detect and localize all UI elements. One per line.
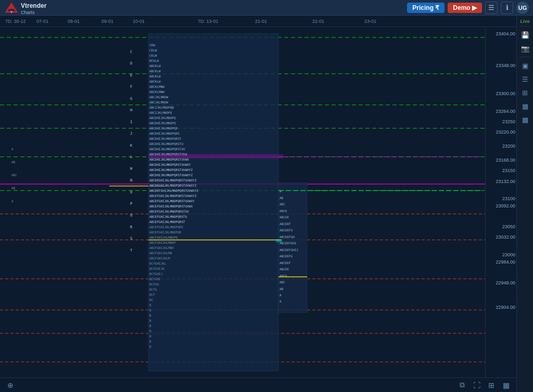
compare-button[interactable]: ⧉: [456, 379, 468, 391]
price-23168: 23168.00: [496, 158, 515, 163]
price-23032: 23032.00: [496, 234, 515, 240]
divider-2: [520, 57, 530, 57]
right-toolbar: Live 💾 📷 ▣ ☰ ⊞ ▦ ▩: [516, 16, 533, 392]
demo-button[interactable]: Demo ▶: [448, 3, 482, 13]
bottom-btn-group: ⧉ ⛶ ⊞ ▦: [456, 379, 512, 391]
time-label-3: 08-01: [68, 19, 80, 24]
time-axis: 7D: 30-12 07-01 08-01 09-01 10-01 7D: 13…: [0, 16, 516, 27]
time-label-8: 22-01: [312, 19, 324, 24]
menu-button[interactable]: ☰: [485, 2, 498, 14]
time-label-1: 7D: 30-12: [5, 19, 26, 24]
price-23404: 23404.00: [496, 31, 515, 36]
user-button[interactable]: UG: [516, 2, 529, 14]
price-22984: 22984.00: [496, 259, 515, 265]
logo-text: Vtrender Charts: [21, 1, 46, 15]
price-23092: 23092.00: [496, 203, 515, 208]
table-bottom-button[interactable]: ▦: [500, 379, 512, 391]
price-23100: 23100: [502, 196, 515, 201]
screenshot-button[interactable]: 📷: [519, 42, 531, 55]
price-22948: 22948.00: [496, 280, 515, 285]
zoom-button[interactable]: ⛶: [471, 379, 483, 391]
layout-button[interactable]: ☰: [519, 73, 531, 85]
price-23264: 23264.00: [496, 109, 515, 114]
price-23000: 23000: [502, 252, 515, 257]
price-axis: 23404.00 23348.00 23300.00 23264.00 2325…: [485, 27, 516, 377]
time-label-2: 07-01: [36, 19, 48, 24]
header-buttons: Pricing ₹ Demo ▶ ☰ ℹ UG: [407, 2, 529, 14]
bar-layout-button[interactable]: ▦: [519, 100, 531, 112]
price-23300: 23300.00: [496, 91, 515, 96]
price-23348: 23348.00: [496, 63, 515, 68]
info-button[interactable]: ℹ: [501, 2, 513, 14]
price-22904: 22904.00: [496, 305, 515, 310]
bottom-toolbar: ⊕ ⧉ ⛶ ⊞ ▦: [0, 377, 516, 392]
chart-container: 7D: 30-12 07-01 08-01 09-01 10-01 7D: 13…: [0, 16, 533, 392]
logo-icon: V: [4, 2, 19, 14]
crosshair-button[interactable]: ⊕: [4, 379, 17, 391]
time-label-9: 23-01: [364, 19, 376, 24]
single-chart-button[interactable]: ▣: [519, 59, 531, 72]
grid-button[interactable]: ⊞: [519, 86, 531, 99]
live-indicator: Live: [520, 19, 529, 24]
time-label-4: 09-01: [101, 19, 113, 24]
time-label-5: 10-01: [133, 19, 145, 24]
divider-1: [520, 26, 530, 27]
pricing-button[interactable]: Pricing ₹: [407, 3, 445, 13]
price-23220: 23220.00: [496, 129, 515, 135]
price-23150: 23150: [502, 168, 515, 173]
time-label-7: 21-01: [255, 19, 267, 24]
price-23250: 23250: [502, 119, 515, 124]
price-23050: 23050: [502, 224, 515, 229]
logo-area: V Vtrender Charts: [4, 1, 46, 15]
grid-bottom-button[interactable]: ⊞: [485, 379, 498, 391]
time-label-6: 7D: 13-01: [198, 19, 219, 24]
tile-button[interactable]: ▩: [519, 113, 531, 126]
price-23132: 23132.00: [496, 179, 515, 184]
save-button[interactable]: 💾: [519, 29, 531, 41]
header: V Vtrender Charts Pricing ₹ Demo ▶ ☰ ℹ U…: [0, 0, 533, 16]
price-23200: 23200: [502, 143, 515, 149]
chart-canvas[interactable]: [0, 27, 485, 377]
svg-text:V: V: [10, 10, 12, 14]
